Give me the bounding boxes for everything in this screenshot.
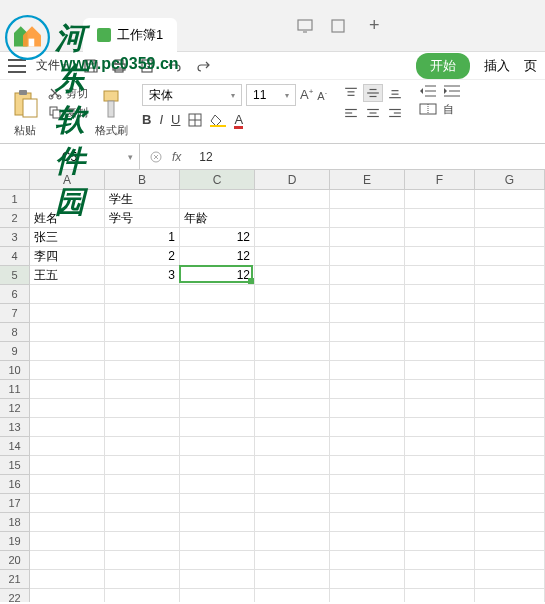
cell[interactable] bbox=[475, 209, 545, 228]
name-box[interactable]: C5 bbox=[0, 144, 140, 169]
cell[interactable] bbox=[105, 342, 180, 361]
cell[interactable] bbox=[105, 532, 180, 551]
cell[interactable] bbox=[475, 437, 545, 456]
cell[interactable] bbox=[255, 266, 330, 285]
cell[interactable] bbox=[105, 456, 180, 475]
cell[interactable] bbox=[105, 361, 180, 380]
row-header[interactable]: 5 bbox=[0, 266, 30, 285]
cell[interactable] bbox=[105, 570, 180, 589]
row-header[interactable]: 10 bbox=[0, 361, 30, 380]
cell[interactable] bbox=[475, 532, 545, 551]
cell[interactable] bbox=[255, 228, 330, 247]
row-header[interactable]: 9 bbox=[0, 342, 30, 361]
align-top-button[interactable] bbox=[341, 84, 361, 102]
cell[interactable] bbox=[105, 380, 180, 399]
cell[interactable] bbox=[255, 209, 330, 228]
cell[interactable] bbox=[405, 342, 475, 361]
cell[interactable] bbox=[330, 418, 405, 437]
cell[interactable] bbox=[475, 589, 545, 602]
cell[interactable]: 12 bbox=[180, 266, 255, 285]
row-header[interactable]: 3 bbox=[0, 228, 30, 247]
col-header[interactable]: G bbox=[475, 170, 545, 190]
cell[interactable] bbox=[255, 285, 330, 304]
screen-icon[interactable] bbox=[297, 19, 313, 33]
cell[interactable] bbox=[105, 418, 180, 437]
cell[interactable]: 姓名 bbox=[30, 209, 105, 228]
row-header[interactable]: 8 bbox=[0, 323, 30, 342]
cell[interactable] bbox=[255, 342, 330, 361]
cell[interactable] bbox=[330, 342, 405, 361]
merge-icon[interactable] bbox=[419, 102, 437, 116]
cell[interactable] bbox=[30, 456, 105, 475]
cell[interactable] bbox=[330, 304, 405, 323]
italic-button[interactable]: I bbox=[159, 112, 163, 127]
preview-icon[interactable] bbox=[139, 58, 155, 74]
font-name-select[interactable]: 宋体▾ bbox=[142, 84, 242, 106]
cell[interactable] bbox=[255, 247, 330, 266]
cell[interactable] bbox=[180, 589, 255, 602]
cell[interactable] bbox=[330, 475, 405, 494]
cell[interactable] bbox=[255, 494, 330, 513]
row-header[interactable]: 4 bbox=[0, 247, 30, 266]
cell[interactable] bbox=[30, 551, 105, 570]
cell[interactable] bbox=[30, 494, 105, 513]
cell[interactable] bbox=[180, 551, 255, 570]
col-header[interactable]: E bbox=[330, 170, 405, 190]
cell[interactable] bbox=[405, 323, 475, 342]
cell[interactable] bbox=[180, 399, 255, 418]
cell[interactable] bbox=[30, 418, 105, 437]
cell[interactable] bbox=[30, 323, 105, 342]
cell[interactable] bbox=[475, 551, 545, 570]
cell[interactable]: 1 bbox=[105, 228, 180, 247]
cell[interactable]: 3 bbox=[105, 266, 180, 285]
tab-insert[interactable]: 插入 bbox=[484, 57, 510, 75]
cell[interactable] bbox=[255, 532, 330, 551]
document-tab[interactable]: 工作簿1 bbox=[83, 18, 177, 52]
cell[interactable] bbox=[475, 494, 545, 513]
decrease-font-icon[interactable]: A- bbox=[317, 89, 327, 102]
tab-start[interactable]: 开始 bbox=[416, 53, 470, 79]
cell[interactable] bbox=[105, 589, 180, 602]
cell[interactable] bbox=[105, 323, 180, 342]
cell[interactable] bbox=[180, 532, 255, 551]
cell[interactable] bbox=[255, 437, 330, 456]
cell[interactable] bbox=[30, 399, 105, 418]
row-header[interactable]: 12 bbox=[0, 399, 30, 418]
cell[interactable] bbox=[405, 361, 475, 380]
cell[interactable] bbox=[255, 323, 330, 342]
cell[interactable] bbox=[475, 247, 545, 266]
font-color-icon[interactable]: A bbox=[234, 112, 243, 127]
dropdown-icon[interactable] bbox=[331, 19, 345, 33]
align-middle-button[interactable] bbox=[363, 84, 383, 102]
cell[interactable] bbox=[180, 342, 255, 361]
cell[interactable] bbox=[405, 285, 475, 304]
border-icon[interactable] bbox=[188, 113, 202, 127]
cell[interactable] bbox=[255, 304, 330, 323]
cell[interactable] bbox=[405, 456, 475, 475]
cell[interactable] bbox=[405, 532, 475, 551]
cell[interactable] bbox=[105, 304, 180, 323]
select-all-corner[interactable] bbox=[0, 170, 30, 190]
cell[interactable] bbox=[30, 190, 105, 209]
save-icon[interactable] bbox=[83, 58, 99, 74]
undo-icon[interactable] bbox=[167, 58, 183, 74]
cell[interactable]: 王五 bbox=[30, 266, 105, 285]
cell[interactable] bbox=[330, 513, 405, 532]
cell[interactable] bbox=[180, 380, 255, 399]
cell[interactable]: 学号 bbox=[105, 209, 180, 228]
cell[interactable] bbox=[180, 456, 255, 475]
cell[interactable] bbox=[405, 304, 475, 323]
cell[interactable] bbox=[255, 361, 330, 380]
cell[interactable] bbox=[330, 589, 405, 602]
cell[interactable] bbox=[330, 437, 405, 456]
col-header[interactable]: F bbox=[405, 170, 475, 190]
row-header[interactable]: 17 bbox=[0, 494, 30, 513]
cell[interactable] bbox=[105, 437, 180, 456]
increase-font-icon[interactable]: A+ bbox=[300, 87, 313, 102]
underline-button[interactable]: U bbox=[171, 112, 180, 127]
row-header[interactable]: 2 bbox=[0, 209, 30, 228]
cell[interactable] bbox=[105, 285, 180, 304]
cell[interactable] bbox=[405, 380, 475, 399]
row-header[interactable]: 19 bbox=[0, 532, 30, 551]
cell[interactable] bbox=[475, 361, 545, 380]
